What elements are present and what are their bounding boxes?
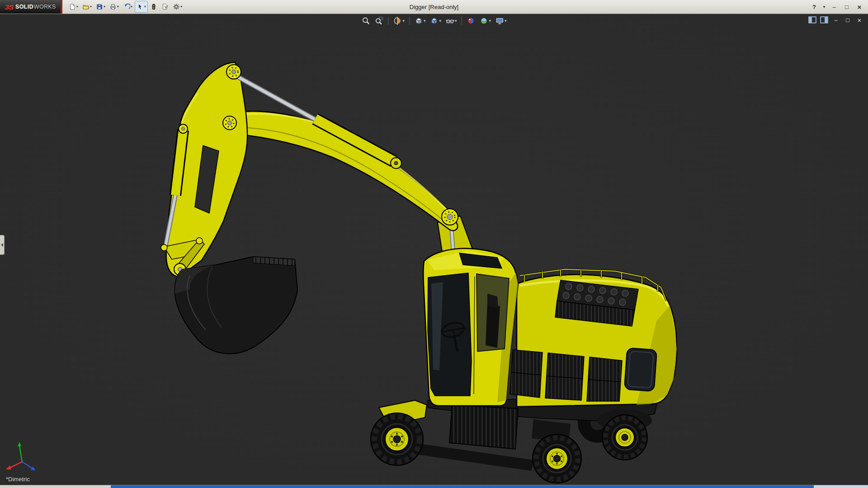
select-dropdown[interactable]: ▾: [144, 5, 146, 9]
taskbar-accent-segment: [111, 485, 814, 488]
save-icon: [96, 3, 103, 10]
rebuild-traffic-light-icon: [150, 3, 157, 10]
zoom-to-fit-icon: [361, 16, 370, 25]
graphics-viewport[interactable]: ▾ ▾ ▾: [0, 14, 868, 485]
close-button[interactable]: ×: [854, 1, 865, 12]
new-dropdown[interactable]: ▾: [76, 5, 78, 9]
rebuild-button[interactable]: [148, 1, 159, 13]
print-icon: [109, 3, 117, 10]
zoom-to-area-button[interactable]: [373, 16, 384, 26]
minimize-button[interactable]: –: [828, 1, 840, 12]
cab[interactable]: [423, 249, 518, 406]
rear-panel: [624, 348, 657, 391]
new-document-icon: [69, 3, 76, 10]
pane-right-icon[interactable]: [820, 16, 828, 23]
options-gear-icon: [173, 3, 180, 10]
document-window-controls: – □ ×: [808, 16, 863, 23]
edit-appearance-button[interactable]: [466, 16, 476, 26]
bucket[interactable]: [175, 257, 297, 354]
print-button[interactable]: ▾: [108, 1, 121, 13]
display-style-button[interactable]: ▾: [429, 16, 442, 26]
section-view-button[interactable]: ▾: [392, 16, 406, 26]
dassault-logo-glyph: ЗS: [5, 3, 14, 11]
brand-name-bold: SOLID: [15, 4, 33, 10]
view-settings-icon: [495, 16, 504, 25]
open-dropdown[interactable]: ▾: [90, 5, 92, 9]
hud-separator: [388, 17, 388, 25]
apply-scene-dropdown[interactable]: ▾: [489, 19, 491, 23]
hud-separator: [462, 17, 462, 25]
save-button[interactable]: ▾: [94, 1, 107, 13]
undo-button[interactable]: ▾: [121, 1, 134, 13]
solidworks-logo: ЗS SOLID WORKS: [0, 0, 61, 14]
save-dropdown[interactable]: ▾: [104, 5, 105, 9]
zoom-to-area-icon: [374, 16, 383, 25]
help-dropdown[interactable]: ▾: [821, 1, 827, 12]
open-folder-icon: [82, 3, 90, 10]
open-document-button[interactable]: ▾: [80, 1, 94, 13]
edit-appearance-ball-icon: [467, 16, 476, 25]
print-dropdown[interactable]: ▾: [117, 5, 119, 9]
view-settings-button[interactable]: ▾: [494, 16, 508, 26]
maximize-button[interactable]: □: [841, 1, 853, 12]
display-style-dropdown[interactable]: ▾: [439, 19, 441, 23]
select-tool-button[interactable]: ▾: [135, 1, 148, 13]
taskbar-right-segment: [814, 485, 868, 488]
orientation-triad: [6, 442, 35, 470]
view-orientation-label: *Dimetric: [6, 476, 30, 483]
window-controls: ? ▾ – □ ×: [808, 1, 868, 12]
view-orientation-button[interactable]: ▾: [413, 16, 427, 26]
wheel-front-left[interactable]: [371, 413, 423, 465]
hide-show-dropdown[interactable]: ▾: [455, 19, 457, 23]
file-properties-button[interactable]: [160, 1, 170, 13]
wheel-rear-right[interactable]: [602, 415, 647, 460]
select-cursor-icon: [137, 3, 144, 10]
taskbar-strip[interactable]: [0, 485, 868, 488]
brand-accent-stripe: [61, 0, 62, 14]
document-close-button[interactable]: ×: [855, 16, 863, 23]
collapse-arrow-icon: [1, 243, 3, 247]
section-view-icon: [393, 16, 402, 25]
hide-show-items-button[interactable]: ▾: [444, 16, 458, 26]
apply-scene-sphere-icon: [480, 16, 489, 25]
undo-dropdown[interactable]: ▾: [131, 5, 132, 9]
hud-separator: [409, 17, 410, 25]
new-document-button[interactable]: ▾: [67, 1, 80, 13]
file-properties-icon: [161, 3, 169, 10]
document-minimize-button[interactable]: –: [832, 16, 840, 23]
title-bar: ЗS SOLID WORKS ▾ ▾ ▾: [0, 0, 868, 14]
view-orientation-dropdown[interactable]: ▾: [424, 19, 426, 23]
options-button[interactable]: ▾: [171, 1, 184, 13]
wheel-front-right[interactable]: [533, 434, 581, 483]
taskbar-left-segment: [0, 485, 111, 488]
hide-show-glasses-icon: [445, 16, 454, 25]
view-orientation-cube-icon: [414, 16, 423, 25]
excavator-model[interactable]: [161, 62, 677, 483]
view-settings-dropdown[interactable]: ▾: [505, 19, 507, 23]
brand-name-light: WORKS: [34, 4, 56, 10]
pane-left-icon[interactable]: [808, 16, 816, 23]
section-view-dropdown[interactable]: ▾: [402, 19, 405, 23]
help-button[interactable]: ?: [808, 1, 820, 12]
zoom-to-fit-button[interactable]: [360, 16, 371, 26]
document-restore-button[interactable]: □: [844, 16, 852, 23]
options-dropdown[interactable]: ▾: [180, 5, 182, 9]
featuremanager-flyout-tab[interactable]: [0, 235, 5, 255]
undo-icon: [123, 3, 130, 10]
viewport-canvas[interactable]: [0, 14, 868, 485]
apply-scene-button[interactable]: ▾: [479, 16, 492, 26]
engine-body[interactable]: [510, 269, 677, 407]
main-toolbar: ▾ ▾ ▾ ▾: [67, 1, 184, 13]
heads-up-view-toolbar: ▾ ▾ ▾: [360, 16, 507, 26]
display-style-cube-icon: [429, 16, 439, 25]
